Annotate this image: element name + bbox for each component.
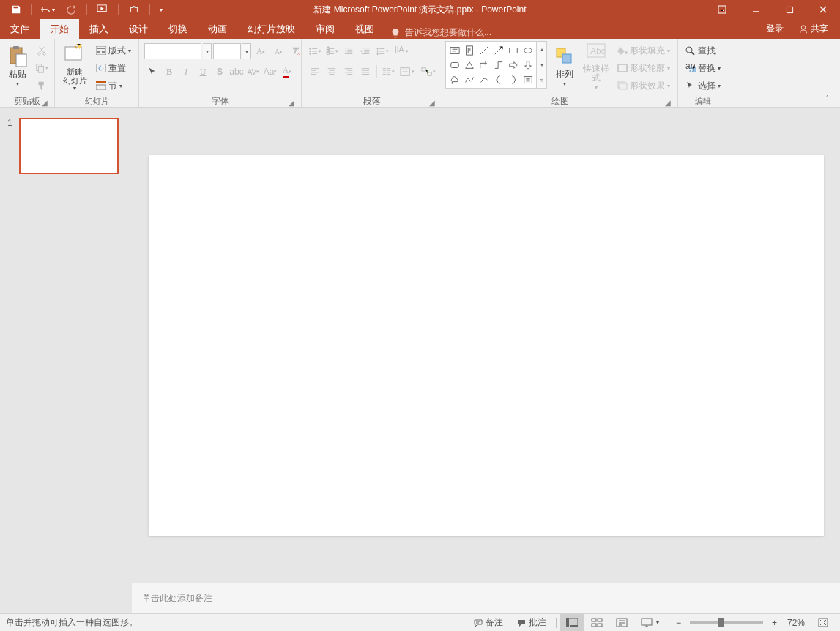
select-arrow-button[interactable]: [144, 64, 160, 80]
tab-design[interactable]: 设计: [119, 19, 158, 39]
shape-oval[interactable]: [521, 43, 535, 57]
section-button[interactable]: 节▾: [93, 78, 134, 94]
font-size-dropdown[interactable]: ▾: [242, 43, 251, 59]
slide-view[interactable]: [132, 108, 840, 583]
save-button[interactable]: [6, 0, 26, 19]
font-name-input[interactable]: [144, 43, 201, 59]
reading-view-button[interactable]: [610, 614, 633, 632]
grow-font-button[interactable]: A▴: [253, 43, 269, 59]
fit-to-window-button[interactable]: [812, 614, 834, 632]
shape-arrow[interactable]: [491, 43, 505, 57]
font-color-button[interactable]: A▾: [279, 64, 295, 80]
format-painter-button[interactable]: [34, 78, 50, 94]
shape-freeform[interactable]: [477, 72, 491, 86]
tab-transitions[interactable]: 切换: [158, 19, 198, 39]
tell-me-search[interactable]: 告诉我您想要做什么...: [384, 26, 497, 39]
notes-toggle[interactable]: 备注: [467, 614, 509, 632]
tab-file[interactable]: 文件: [0, 19, 40, 39]
smartart-button[interactable]: ▾: [418, 64, 439, 80]
align-right-button[interactable]: [341, 64, 357, 80]
zoom-out-button[interactable]: −: [673, 614, 684, 632]
quick-styles-button[interactable]: Abc 快速样式▾: [579, 41, 613, 92]
shape-left-brace[interactable]: [491, 72, 505, 86]
zoom-slider[interactable]: [690, 621, 763, 624]
strikethrough-button[interactable]: abc: [228, 64, 245, 80]
tab-view[interactable]: 视图: [345, 19, 384, 39]
maximize-button[interactable]: [773, 0, 806, 19]
qat-customize-button[interactable]: ▾: [155, 0, 167, 19]
justify-button[interactable]: [357, 64, 373, 80]
ribbon-display-options-button[interactable]: [705, 0, 739, 19]
shape-fill-button[interactable]: 形状填充▾: [614, 42, 673, 59]
font-name-dropdown[interactable]: ▾: [203, 43, 212, 59]
drawing-launcher[interactable]: ◢: [663, 97, 673, 107]
italic-button[interactable]: I: [178, 64, 194, 80]
thumbnail-item[interactable]: 1: [7, 118, 124, 174]
comments-toggle[interactable]: 批注: [510, 614, 552, 632]
shadow-button[interactable]: S: [212, 64, 228, 80]
tab-slideshow[interactable]: 幻灯片放映: [237, 19, 305, 39]
columns-button[interactable]: ▾: [380, 64, 396, 80]
underline-button[interactable]: U: [195, 64, 211, 80]
shape-textbox-vert[interactable]: [462, 43, 476, 57]
shape-right-brace[interactable]: [506, 72, 520, 86]
notes-pane[interactable]: 单击此处添加备注: [132, 583, 840, 613]
tab-insert[interactable]: 插入: [79, 19, 119, 39]
share-button[interactable]: 共享: [791, 19, 836, 39]
zoom-level[interactable]: 72%: [781, 614, 811, 632]
touch-mode-button[interactable]: [124, 0, 144, 19]
font-size-input[interactable]: [213, 43, 241, 59]
layout-button[interactable]: 版式▾: [93, 42, 134, 59]
shape-elbow-arrow[interactable]: [477, 58, 491, 72]
tab-home[interactable]: 开始: [40, 19, 79, 39]
zoom-slider-thumb[interactable]: [718, 618, 724, 627]
slideshow-view-button[interactable]: ▾: [635, 614, 665, 632]
shape-line[interactable]: [477, 43, 491, 57]
slide-thumbnails-panel[interactable]: 1: [0, 108, 132, 613]
align-center-button[interactable]: [324, 64, 340, 80]
numbering-button[interactable]: 123▾: [324, 43, 340, 59]
shape-elbow-double[interactable]: [491, 58, 505, 72]
slide-canvas[interactable]: [149, 155, 824, 536]
bold-button[interactable]: B: [161, 64, 177, 80]
shape-action-button[interactable]: [521, 72, 535, 86]
shape-effects-button[interactable]: 形状效果▾: [614, 78, 673, 94]
char-spacing-button[interactable]: AV▾: [245, 64, 261, 80]
decrease-indent-button[interactable]: [341, 43, 357, 59]
shape-down-arrow[interactable]: [521, 58, 535, 72]
shape-curve[interactable]: [462, 72, 476, 86]
shrink-font-button[interactable]: A▾: [270, 43, 286, 59]
close-button[interactable]: [806, 0, 840, 19]
new-slide-button[interactable]: 新建 幻灯片 ▾: [58, 41, 92, 92]
arrange-button[interactable]: 排列▾: [550, 41, 579, 92]
sorter-view-button[interactable]: [585, 614, 609, 632]
text-direction-button[interactable]: ||A▾: [391, 43, 412, 59]
shape-right-arrow[interactable]: [506, 58, 520, 72]
shapes-gallery[interactable]: [445, 41, 537, 89]
shape-cloud-callout[interactable]: [447, 72, 461, 86]
shape-triangle[interactable]: [462, 58, 476, 72]
redo-button[interactable]: [61, 0, 81, 19]
undo-button[interactable]: ▾: [37, 0, 58, 19]
cut-button[interactable]: [34, 42, 50, 59]
normal-view-button[interactable]: [560, 614, 584, 632]
tab-animations[interactable]: 动画: [198, 19, 237, 39]
shape-rectangle[interactable]: [506, 43, 520, 57]
align-text-button[interactable]: ▾: [397, 64, 417, 80]
paragraph-launcher[interactable]: ◢: [427, 97, 437, 107]
tab-review[interactable]: 审阅: [305, 19, 345, 39]
select-button[interactable]: 选择▾: [683, 78, 724, 94]
shape-textbox[interactable]: [447, 43, 461, 57]
zoom-in-button[interactable]: +: [769, 614, 780, 632]
font-launcher[interactable]: ◢: [286, 97, 297, 107]
find-button[interactable]: 查找: [683, 42, 724, 59]
thumbnail-slide-1[interactable]: [19, 118, 119, 174]
paste-button[interactable]: 粘贴▾: [3, 41, 32, 92]
change-case-button[interactable]: Aa▾: [262, 64, 278, 80]
copy-button[interactable]: ▾: [34, 60, 50, 76]
bullets-button[interactable]: ▾: [307, 43, 323, 59]
replace-button[interactable]: abac替换▾: [683, 60, 724, 76]
shape-rounded-rect[interactable]: [447, 58, 461, 72]
align-left-button[interactable]: [307, 64, 323, 80]
minimize-button[interactable]: [739, 0, 773, 19]
